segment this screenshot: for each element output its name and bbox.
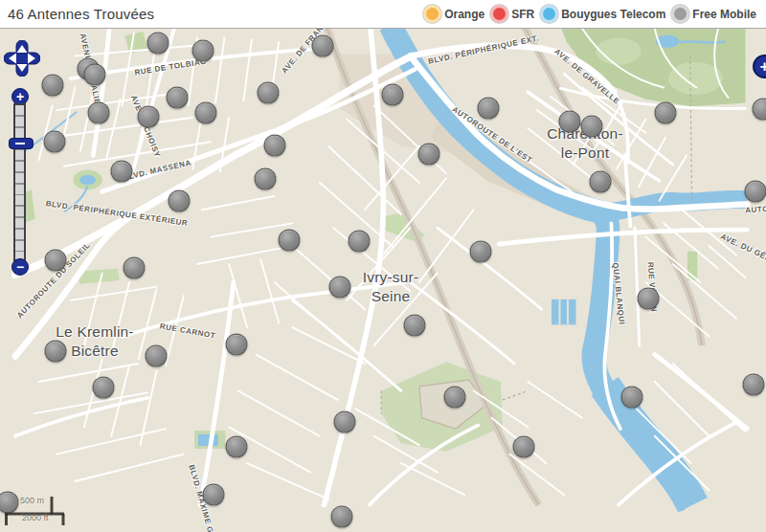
antenna-marker[interactable] — [334, 411, 356, 433]
legend-label: SFR — [511, 8, 534, 21]
antenna-marker[interactable] — [138, 106, 160, 128]
antenna-marker[interactable] — [203, 484, 225, 506]
antenna-marker[interactable] — [45, 341, 67, 363]
header-bar: 46 Antennes Trouvées OrangeSFRBouygues T… — [0, 0, 766, 29]
antenna-marker[interactable] — [147, 33, 169, 55]
antenna-marker[interactable] — [169, 190, 191, 212]
base-map — [0, 29, 766, 532]
antenna-marker[interactable] — [655, 102, 677, 124]
antenna-marker[interactable] — [264, 135, 286, 157]
antenna-marker[interactable] — [167, 87, 189, 109]
zoom-out-button[interactable]: − — [11, 258, 29, 276]
antenna-map-app: { "header": { "title": "46 Antennes Trou… — [0, 0, 766, 532]
antenna-marker[interactable] — [146, 345, 168, 367]
zoom-slider-handle[interactable] — [9, 138, 34, 149]
antenna-marker[interactable] — [382, 84, 404, 106]
antenna-marker[interactable] — [349, 231, 371, 253]
legend-label: Orange — [444, 8, 484, 21]
antenna-marker[interactable] — [331, 506, 353, 528]
antenna-marker[interactable] — [478, 98, 500, 120]
antenna-marker[interactable] — [42, 75, 64, 97]
sfr-carrier-icon — [493, 8, 506, 20]
legend-item-orange: Orange — [426, 8, 484, 21]
legend-item-bouygues: Bouygues Telecom — [543, 8, 665, 21]
antenna-marker[interactable] — [329, 277, 351, 299]
antenna-marker[interactable] — [45, 250, 67, 272]
antenna-marker[interactable] — [638, 288, 660, 310]
antenna-marker[interactable] — [312, 35, 334, 57]
antenna-marker[interactable] — [195, 102, 217, 124]
antenna-marker[interactable] — [124, 257, 146, 279]
antenna-marker[interactable] — [745, 181, 766, 203]
legend-item-sfr: SFR — [493, 8, 534, 21]
antenna-marker[interactable] — [621, 387, 643, 409]
antenna-marker[interactable] — [44, 131, 66, 153]
antenna-marker[interactable] — [255, 168, 277, 190]
orange-carrier-icon — [426, 8, 439, 20]
pan-compass-control[interactable] — [4, 40, 40, 77]
map-scale-bar: 500 m 2000 ft — [4, 494, 80, 528]
antenna-marker[interactable] — [559, 111, 581, 133]
free-carrier-icon — [674, 8, 687, 20]
antenna-marker[interactable] — [84, 64, 106, 86]
zoom-track[interactable] — [13, 103, 26, 261]
legend-label: Free Mobile — [692, 8, 756, 21]
antenna-marker[interactable] — [279, 230, 301, 252]
scale-metric-label: 500 m — [20, 496, 44, 505]
antenna-marker[interactable] — [581, 116, 603, 138]
results-count-title: 46 Antennes Trouvées — [8, 6, 154, 22]
antenna-marker[interactable] — [513, 436, 535, 458]
map-canvas[interactable]: RUE DE TOLBIACAVENUE D'ITALIEAVE DE CHOI… — [0, 29, 766, 532]
antenna-marker[interactable] — [404, 315, 426, 337]
antenna-marker[interactable] — [111, 161, 133, 183]
antenna-marker[interactable] — [88, 102, 110, 124]
legend-label: Bouygues Telecom — [561, 8, 665, 21]
antenna-marker[interactable] — [444, 387, 466, 409]
antenna-marker[interactable] — [590, 171, 612, 193]
legend-item-free: Free Mobile — [674, 8, 756, 21]
antenna-marker[interactable] — [226, 334, 248, 356]
antenna-marker[interactable] — [470, 241, 492, 263]
antenna-marker[interactable] — [192, 40, 214, 62]
bouygues-carrier-icon — [543, 8, 555, 20]
antenna-marker[interactable] — [258, 82, 280, 104]
antenna-marker[interactable] — [418, 144, 440, 166]
antenna-marker[interactable] — [93, 377, 115, 399]
carrier-legend: OrangeSFRBouygues TelecomFree Mobile — [426, 8, 756, 21]
antenna-marker[interactable] — [226, 436, 248, 458]
scale-imperial-label: 2000 ft — [22, 513, 49, 522]
antenna-marker[interactable] — [743, 374, 765, 396]
